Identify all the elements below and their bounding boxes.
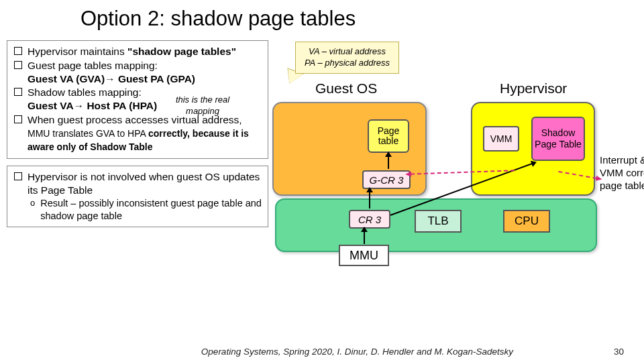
g-cr3-box: G-CR 3 (362, 170, 411, 189)
b4-mid: MMU translates GVA to HPA (28, 128, 148, 139)
bb1-sub: Result – possibly inconsistent guest pag… (40, 197, 262, 222)
legend-callout: VA – virtual address PA – physical addre… (295, 42, 399, 74)
content-row: Hypervisor maintains "shadow page tables… (0, 40, 644, 308)
mapping-note: this is the real mapping (172, 95, 233, 117)
hypervisor-label: Hypervisor (500, 80, 567, 97)
bb1-text: Hypervisor is not involved when guest OS… (28, 170, 262, 197)
slide-title: Option 2: shadow page tables (0, 0, 644, 40)
b2-line: Guest VA (GVA)→ Guest PA (GPA) (28, 73, 195, 84)
footer-course: Operating Systems, Spring 2020, I. Dinur… (201, 347, 513, 357)
architecture-diagram: VA – virtual address PA – physical addre… (268, 40, 637, 308)
b1-text: Hypervisor maintains (28, 46, 127, 57)
tlb-box: TLB (415, 210, 462, 233)
text-column: Hypervisor maintains "shadow page tables… (7, 40, 268, 308)
bullet-group-2: Hypervisor is not involved when guest OS… (7, 166, 268, 227)
cpu-box: CPU (503, 210, 550, 233)
vmm-box: VMM (483, 126, 519, 152)
b3-text: Shadow tables mapping: (28, 86, 142, 98)
cr3-box: CR 3 (349, 210, 390, 229)
shadow-page-table-box: Shadow Page Table (531, 117, 585, 161)
mmu-box: MMU (339, 245, 389, 266)
legend-line2: PA – physical address (301, 58, 393, 69)
bullet-group-1: Hypervisor maintains "shadow page tables… (7, 40, 268, 159)
legend-line1: VA – virtual address (301, 46, 393, 58)
arrow-gcr3-to-pt (388, 156, 389, 169)
slide-footer: Operating Systems, Spring 2020, I. Dinur… (0, 347, 644, 357)
arrow-mmu-to-cr3 (364, 231, 365, 244)
page-number: 30 (614, 347, 624, 357)
b1-bold: "shadow page tables" (127, 46, 236, 57)
arrow-cr3-to-gcr3 (369, 191, 370, 208)
b3-line: Guest VA→ Host PA (HPA) (28, 100, 157, 111)
page-table-box: Page table (368, 119, 409, 153)
b2-text: Guest page tables mapping: (28, 60, 158, 71)
interrupt-note: Interrupt & VMM corrects page table. (600, 154, 644, 192)
guest-os-label: Guest OS (315, 80, 377, 97)
